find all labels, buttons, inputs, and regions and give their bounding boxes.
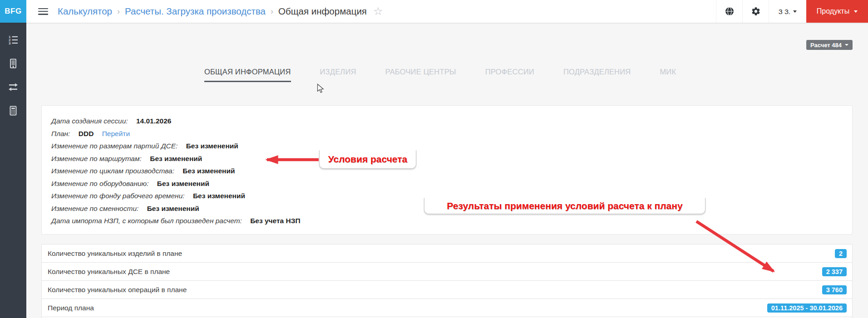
info-label: Изменение по маршрутам:: [51, 155, 142, 162]
value-badge: 2: [835, 249, 847, 258]
caret-down-icon: [793, 10, 797, 13]
info-value: Без изменений: [147, 205, 199, 212]
info-row: Изменение по оборудованию: Без изменений: [51, 177, 843, 190]
user-initials: З З.: [779, 8, 790, 15]
value-badge: 2 337: [822, 267, 847, 276]
info-label: Изменение по сменности:: [51, 205, 138, 212]
sidebar-item-calculator[interactable]: [0, 99, 26, 122]
info-label: Изменение по циклам производства:: [51, 167, 174, 175]
info-label: Дата создания сессии:: [51, 117, 128, 125]
table-row: Количество уникальных операций в плане 3…: [42, 281, 852, 299]
tab-work-centers[interactable]: РАБОЧИЕ ЦЕНТРЫ: [385, 68, 456, 82]
table-row-label: Период плана: [48, 304, 94, 312]
tab-bar: ОБЩАЯ ИНФОРМАЦИЯ ИЗДЕЛИЯ РАБОЧИЕ ЦЕНТРЫ …: [204, 68, 676, 82]
breadcrumb-separator: ›: [271, 7, 273, 16]
session-info-card: Дата создания сессии: 14.01.2026 План: D…: [41, 105, 853, 235]
globe-icon: [725, 6, 735, 16]
info-value: DDD: [79, 130, 94, 137]
summary-table: Количество уникальных изделий в плане 2 …: [41, 244, 853, 318]
info-value: Без изменений: [182, 167, 235, 175]
left-sidebar: 123: [0, 23, 26, 318]
annotation-results-label: Результаты применения условий расчета к …: [447, 201, 682, 211]
info-value: 14.01.2026: [136, 117, 172, 125]
sidebar-item-transfers[interactable]: [0, 75, 26, 99]
mouse-cursor-icon: [317, 83, 325, 94]
products-button[interactable]: Продукты: [806, 0, 868, 23]
info-row: Изменение по размерам партий ДСЕ: Без из…: [51, 140, 843, 152]
value-badge: 01.11.2025 - 30.01.2026: [767, 303, 847, 313]
tab-mik[interactable]: МИК: [660, 68, 676, 82]
gear-icon: [751, 6, 761, 16]
info-value: Без изменений: [157, 180, 209, 187]
caret-down-icon: [845, 44, 848, 46]
tab-professions[interactable]: ПРОФЕССИИ: [485, 68, 534, 82]
hamburger-menu-icon[interactable]: [37, 6, 49, 16]
caret-down-icon: [854, 10, 858, 13]
info-row: План: DDD Перейти: [51, 127, 843, 140]
table-row-label: Количество уникальных операций в плане: [48, 286, 187, 294]
info-value: Без изменений: [193, 192, 245, 200]
breadcrumb-separator: ›: [117, 7, 120, 16]
app-logo[interactable]: BFG: [0, 0, 26, 23]
svg-text:3: 3: [9, 41, 11, 45]
info-row: Дата создания сессии: 14.01.2026: [51, 115, 843, 127]
info-row: Изменение по циклам производства: Без из…: [51, 165, 843, 177]
table-row: Количество уникальных изделий в плане 2: [42, 245, 852, 263]
breadcrumb-item-calculator[interactable]: Калькулятор: [58, 6, 112, 17]
breadcrumb-item-current: Общая информация: [278, 6, 367, 17]
numbered-list-icon: 123: [8, 34, 19, 45]
calculation-selector[interactable]: Расчет 484: [806, 40, 853, 50]
info-value: Без учета НЗП: [250, 217, 300, 225]
info-label: План:: [51, 130, 70, 137]
sidebar-item-sessions[interactable]: 123: [0, 28, 26, 52]
info-label: Дата импорта НЗП, с которым был произвед…: [51, 217, 242, 225]
language-button[interactable]: [716, 0, 742, 23]
table-row-label: Количество уникальных ДСЕ в плане: [48, 268, 170, 276]
breadcrumb-item-calculations[interactable]: Расчеты. Загрузка производства: [125, 6, 266, 17]
calculation-selector-label: Расчет 484: [810, 42, 842, 49]
annotation-conditions-label: Условия расчета: [328, 154, 407, 165]
app-logo-text: BFG: [5, 7, 21, 16]
top-header: BFG Калькулятор › Расчеты. Загрузка прои…: [0, 0, 868, 23]
star-outline-icon[interactable]: ☆: [373, 6, 383, 17]
calculator-icon: [8, 105, 19, 116]
header-actions: З З. Продукты: [716, 0, 868, 23]
info-label: Изменение по фонду рабочего времени:: [51, 192, 185, 200]
info-label: Изменение по оборудованию:: [51, 180, 149, 187]
sidebar-item-enterprise[interactable]: [0, 52, 26, 75]
value-badge: 3 760: [822, 285, 847, 294]
swap-arrows-icon: [8, 82, 19, 93]
annotation-results: Результаты применения условий расчета к …: [424, 198, 705, 214]
table-row: Количество уникальных ДСЕ в плане 2 337: [42, 263, 852, 281]
table-row: Период плана 01.11.2025 - 30.01.2026: [42, 299, 852, 317]
info-row: Дата импорта НЗП, с которым был произвед…: [51, 215, 843, 227]
tab-departments[interactable]: ПОДРАЗДЕЛЕНИЯ: [563, 68, 631, 82]
tab-general-info[interactable]: ОБЩАЯ ИНФОРМАЦИЯ: [204, 68, 291, 82]
info-value: Без изменений: [150, 155, 202, 162]
breadcrumb: Калькулятор › Расчеты. Загрузка производ…: [58, 0, 383, 23]
tab-products[interactable]: ИЗДЕЛИЯ: [320, 68, 356, 82]
table-row-label: Количество уникальных изделий в плане: [48, 250, 182, 258]
building-grid-icon: [8, 58, 19, 69]
info-value: Без изменений: [186, 142, 238, 150]
products-button-label: Продукты: [817, 7, 849, 15]
settings-button[interactable]: [742, 0, 769, 23]
info-row: Изменение по маршрутам: Без изменений: [51, 152, 843, 165]
go-to-plan-link[interactable]: Перейти: [102, 130, 130, 137]
info-label: Изменение по размерам партий ДСЕ:: [51, 142, 178, 150]
annotation-conditions: Условия расчета: [319, 150, 416, 169]
user-menu[interactable]: З З.: [769, 0, 806, 23]
